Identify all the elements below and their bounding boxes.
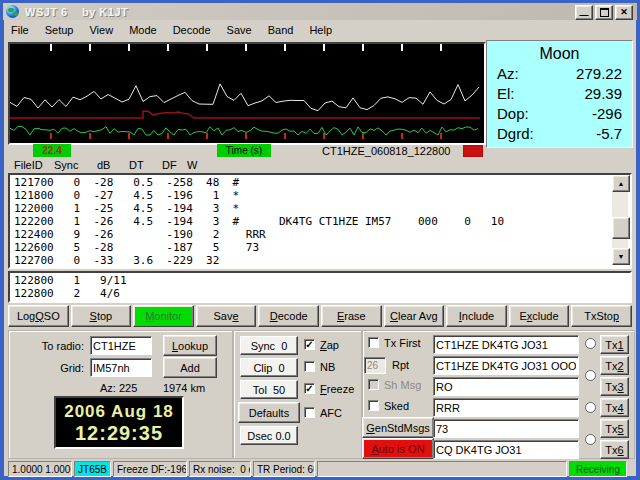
freeze-label: Freeze [320, 383, 354, 395]
auto-toggle-button[interactable]: Auto is ON [362, 438, 434, 459]
erase-button[interactable]: Erase [321, 305, 382, 327]
rpt-input[interactable] [365, 358, 385, 373]
tx5-message-input[interactable] [434, 420, 578, 437]
tx3-message-input[interactable] [434, 378, 578, 395]
to-radio-input[interactable] [91, 337, 151, 354]
decode-button[interactable]: Decode [258, 305, 319, 327]
scroll-thumb[interactable] [612, 217, 630, 239]
tx6-button[interactable]: Tx6 [600, 440, 629, 459]
distance-text: 1974 km [163, 382, 205, 394]
tx4-button[interactable]: Tx4 [600, 398, 629, 417]
decode-line[interactable]: 122000 1 -25 4.5 -194 3 * [14, 202, 630, 215]
menu-setup[interactable]: Setup [38, 22, 83, 38]
maximize-button[interactable] [595, 5, 613, 20]
sh-msg-checkbox[interactable] [368, 379, 379, 390]
zap-checkbox[interactable] [304, 339, 315, 350]
tx6-message-input[interactable] [434, 441, 578, 458]
menu-mode[interactable]: Mode [122, 22, 166, 38]
decode-line[interactable]: 121800 0 -27 4.5 -196 1 * [14, 189, 630, 202]
save-button[interactable]: Save [196, 305, 257, 327]
avg-line[interactable]: 122800 2 4/6 [14, 287, 630, 300]
tx2-message-field[interactable] [433, 356, 579, 375]
lookup-button[interactable]: Lookup [163, 335, 217, 356]
moon-dop-value: -296 [592, 104, 622, 124]
tx1-message-field[interactable] [433, 335, 579, 354]
to-radio-field[interactable] [90, 336, 152, 355]
clock-time: 12:29:35 [75, 422, 163, 444]
spectrum-graph[interactable] [8, 42, 486, 145]
avg-text-area[interactable]: 122800 1 9/11 122800 2 4/6 [8, 271, 632, 303]
minimize-button[interactable]: — [575, 5, 593, 20]
app-globe-icon [6, 5, 19, 18]
moon-dgrd-label: Dgrd: [497, 124, 534, 144]
decode-line[interactable]: 122200 1 -26 4.5 -194 3 # DK4TG CT1HZE I… [14, 215, 630, 228]
menu-file[interactable]: File [4, 22, 38, 38]
avg-line[interactable]: 122800 1 9/11 [14, 274, 630, 287]
tx2-radio[interactable] [585, 370, 596, 381]
menu-band[interactable]: Band [261, 22, 303, 38]
grid-input[interactable] [91, 359, 151, 376]
stop-button[interactable]: Stop [71, 305, 132, 327]
tx5-message-field[interactable] [433, 419, 579, 438]
tx1-message-input[interactable] [434, 336, 578, 353]
utc-clock: 2006 Aug 18 12:29:35 [54, 396, 184, 449]
log-qso-button[interactable]: Log QSO [8, 305, 69, 327]
decode-scrollbar[interactable]: ▲ ▼ [612, 175, 628, 265]
sh-msg-label: Sh Msg [384, 379, 421, 391]
add-button[interactable]: Add [163, 357, 217, 378]
dsec-spinner[interactable]: Dsec 0.0 [240, 426, 298, 445]
tol-spinner[interactable]: Tol 50 [240, 380, 298, 399]
sync-spinner[interactable]: Sync 0 [240, 336, 298, 355]
status-spacer [317, 461, 567, 477]
monitor-button[interactable]: Monitor [133, 305, 194, 327]
decode-line[interactable]: 121700 0 -28 0.5 -258 48 # [14, 176, 630, 189]
txstop-button[interactable]: TxStop [571, 305, 632, 327]
afc-checkbox[interactable] [304, 407, 315, 418]
scroll-down-icon[interactable]: ▼ [612, 248, 630, 265]
sked-label: Sked [384, 400, 409, 412]
tx2-button[interactable]: Tx2 [600, 356, 629, 375]
tx1-radio[interactable] [585, 338, 596, 349]
tx3-message-field[interactable] [433, 377, 579, 396]
tx5-button[interactable]: Tx5 [600, 419, 629, 438]
close-button[interactable]: ✕ [615, 5, 633, 20]
tx3-radio[interactable] [585, 402, 596, 413]
clear-avg-button[interactable]: Clear Avg [384, 305, 445, 327]
scroll-up-icon[interactable]: ▲ [612, 175, 630, 192]
moon-az-label: Az: [497, 64, 519, 84]
include-button[interactable]: Include [446, 305, 507, 327]
tx6-message-field[interactable] [433, 440, 579, 459]
afc-label: AFC [320, 407, 342, 419]
tx4-radio[interactable] [585, 434, 596, 445]
tx2-message-input[interactable] [434, 357, 578, 374]
freeze-checkbox[interactable] [304, 383, 315, 394]
tx4-message-field[interactable] [433, 398, 579, 417]
tx-first-label: Tx First [384, 337, 421, 349]
menu-view[interactable]: View [82, 22, 122, 38]
menu-help[interactable]: Help [302, 22, 341, 38]
gen-std-msgs-button[interactable]: GenStdMsgs [362, 417, 434, 438]
status-tr-period: TR Period: 60 s [253, 461, 315, 477]
title-bar[interactable]: WSJT 6 by K1JT — ✕ [3, 3, 637, 20]
tx4-message-input[interactable] [434, 399, 578, 416]
sked-checkbox[interactable] [368, 400, 379, 411]
tx3-button[interactable]: Tx3 [600, 377, 629, 396]
decode-line[interactable]: 122400 9 -26 -190 2 RRR [14, 228, 630, 241]
decode-text-area[interactable]: 121700 0 -28 0.5 -258 48 # 121800 0 -27 … [8, 173, 632, 269]
nb-checkbox[interactable] [304, 361, 315, 372]
rpt-field[interactable] [364, 357, 386, 374]
moon-title: Moon [497, 45, 622, 63]
exclude-button[interactable]: Exclude [509, 305, 570, 327]
decode-line[interactable]: 122600 5 -28 -187 5 73 [14, 241, 630, 254]
decode-line[interactable]: 122700 0 -33 3.6 -229 32 [14, 254, 630, 267]
clip-spinner[interactable]: Clip 0 [240, 358, 298, 377]
grid-label: Grid: [18, 362, 84, 374]
grid-field[interactable] [90, 358, 152, 377]
wsjt-main-window: WSJT 6 by K1JT — ✕ File Setup View Mode … [0, 0, 640, 480]
tx-first-checkbox[interactable] [368, 337, 379, 348]
menu-decode[interactable]: Decode [166, 22, 220, 38]
defaults-button[interactable]: Defaults [238, 402, 300, 423]
col-db: dB [97, 159, 110, 171]
tx1-button[interactable]: Tx1 [600, 335, 629, 354]
menu-save[interactable]: Save [220, 22, 261, 38]
